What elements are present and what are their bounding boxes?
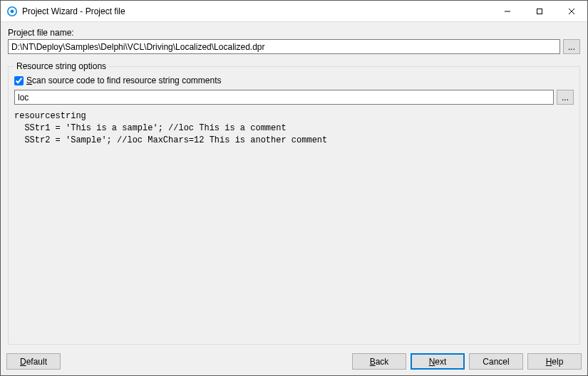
next-button[interactable]: Next	[411, 353, 465, 370]
app-icon	[6, 6, 18, 17]
window-controls	[491, 1, 587, 21]
close-button[interactable]	[555, 1, 587, 21]
maximize-button[interactable]	[523, 1, 555, 21]
help-button[interactable]: Help	[527, 353, 582, 370]
project-file-input[interactable]	[8, 39, 560, 54]
loc-prefix-input[interactable]	[14, 90, 554, 105]
window-title: Project Wizard - Project file	[22, 6, 125, 16]
scan-checkbox-row: Scan source code to find resource string…	[14, 75, 574, 85]
path-label: Project file name:	[8, 28, 580, 38]
svg-point-1	[11, 9, 14, 13]
button-bar: Default Back Next Cancel Help	[1, 349, 587, 375]
default-button[interactable]: Default	[6, 353, 61, 370]
minimize-button[interactable]	[491, 1, 523, 21]
project-wizard-window: Project Wizard - Project file Project fi…	[0, 0, 588, 376]
client-area: Project file name: ... Resource string o…	[1, 22, 587, 349]
browse-loc-button[interactable]: ...	[557, 90, 574, 105]
scan-source-label: Scan source code to find resource string…	[26, 75, 221, 85]
browse-path-button[interactable]: ...	[563, 39, 580, 54]
code-preview: resourcestring SStr1 = 'This is a sample…	[14, 109, 574, 338]
groupbox-legend: Resource string options	[14, 61, 108, 71]
cancel-button[interactable]: Cancel	[469, 353, 523, 370]
loc-row: ...	[14, 90, 574, 105]
svg-rect-3	[537, 9, 542, 14]
scan-source-checkbox[interactable]	[14, 76, 24, 85]
path-row: ...	[8, 39, 580, 54]
resource-string-options-group: Resource string options Scan source code…	[8, 61, 580, 345]
back-button[interactable]: Back	[352, 353, 406, 370]
titlebar: Project Wizard - Project file	[1, 1, 587, 22]
